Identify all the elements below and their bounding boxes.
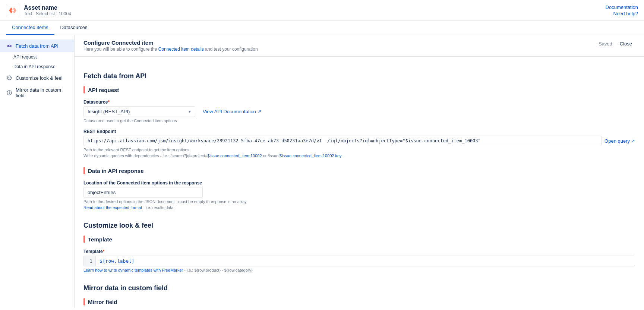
configure-title: Configure Connected item [83,39,258,46]
configure-actions: Saved Close [599,39,635,48]
template-hint: Learn how to write dynamic templates wit… [83,268,635,272]
configure-desc-link[interactable]: Connected item details [158,47,204,52]
datasource-group: Datasource* Insight (REST_API) ▼ View AP… [83,99,635,123]
svg-point-8 [9,79,10,79]
plug-icon [6,42,13,49]
content-area: Fetch data from API API request Datasour… [83,65,635,308]
header-left: Asset name Text · Select list · 10004 [6,4,71,17]
data-response-header: Data in API response [83,167,635,174]
template-subsection: Template Template* 1 ${row.label} [83,235,635,272]
header-right: Documentation Need help? [606,4,638,16]
app-header: Asset name Text · Select list · 10004 Do… [0,0,644,21]
svg-point-1 [12,9,14,12]
rest-endpoint-label: REST Endpoint [83,129,635,134]
code-line-1: 1 ${row.label} [84,256,635,266]
tab-datasources[interactable]: Datasources [54,21,94,35]
location-group: Location of the Connected item options i… [83,180,635,210]
customize-label: Customize look & feel [16,75,63,81]
close-button[interactable]: Close [617,39,635,48]
mirror-section-title: Mirror data in custom field [83,284,635,292]
template-title: Template [88,236,112,243]
location-label: Location of the Connected item options i… [83,180,635,186]
rest-endpoint-group: REST Endpoint Open query ↗ Path to the r… [83,129,635,158]
template-group: Template* 1 ${row.label} Learn how t [83,249,635,272]
view-api-doc-link[interactable]: View API Documentation ↗ [203,109,262,114]
datasource-label: Datasource* [83,99,635,105]
template-editor[interactable]: 1 ${row.label} [83,256,635,266]
palette-icon [6,75,13,81]
read-format-link[interactable]: Read about the expected format [83,205,142,210]
datasource-select[interactable]: Insight (REST_API) [83,106,195,117]
datasource-hint: Datasource used to get the Connected ite… [83,118,635,123]
svg-point-6 [8,77,9,78]
hint-link1[interactable]: $issue.connected_item.10002 [207,154,262,158]
configure-header-left: Configure Connected item Here you will b… [83,39,258,52]
svg-point-11 [9,91,10,92]
need-help-link[interactable]: Need help? [613,11,638,16]
svg-point-4 [9,45,10,47]
sidebar: Fetch data from API API request Data in … [0,35,75,308]
sidebar-item-customize[interactable]: Customize look & feel [0,72,74,84]
sidebar-sub-api-request[interactable]: API request [0,52,74,62]
fetch-data-section-title: Fetch data from API [83,72,635,80]
customize-section-title: Customize look & feel [83,222,635,230]
tab-bar: Connected items Datasources [0,21,644,35]
app-logo [6,4,19,17]
api-request-subsection: API request Datasource* Insight (REST_AP… [83,86,635,158]
mirror-field-title: Mirror field [88,299,117,305]
rest-endpoint-hint2: Write dynamic queries with dependencies … [83,154,635,158]
template-header: Template [83,235,635,243]
mirror-data-section: Mirror data in custom field Mirror field… [83,284,635,308]
saved-status: Saved [599,41,612,47]
location-input[interactable] [83,187,203,198]
template-indicator [83,235,85,243]
main-content: Configure Connected item Here you will b… [75,35,644,308]
template-label: Template* [83,249,635,254]
page-layout: Fetch data from API API request Data in … [0,35,644,308]
api-request-header: API request [83,86,635,94]
datasource-select-wrapper: Insight (REST_API) ▼ [83,106,195,117]
rest-endpoint-hint1: Path to the relevant REST endpoint to ge… [83,148,635,152]
api-request-indicator [83,86,85,94]
fetch-data-section: Fetch data from API API request Datasour… [83,72,635,210]
api-request-title: API request [88,87,119,93]
location-hint2: Read about the expected format - i.e: re… [83,205,635,210]
documentation-link[interactable]: Documentation [606,4,638,10]
hint-link2[interactable]: $issue.connected_item.10002.key [280,154,341,158]
endpoint-row: Open query ↗ [83,136,635,146]
mirror-label: Mirror data in custom field [16,87,68,98]
open-query-link[interactable]: Open query ↗ [604,138,635,144]
sidebar-sub-data-response[interactable]: Data in API response [0,62,74,72]
data-response-indicator [83,167,85,174]
header-title-block: Asset name Text · Select list · 10004 [24,4,71,16]
fetch-data-label: Fetch data from API [16,43,59,49]
customize-section: Customize look & feel Template Template*… [83,222,635,272]
configure-desc: Here you will be able to configure the C… [83,47,258,52]
location-hint1: Path to the desired options in the JSON … [83,199,635,204]
data-response-title: Data in API response [88,168,144,174]
mirror-field-header: Mirror field [83,298,635,306]
mirror-field-indicator [83,298,85,306]
tab-connected-items[interactable]: Connected items [6,21,54,35]
data-response-subsection: Data in API response Location of the Con… [83,167,635,210]
asset-subtitle: Text · Select list · 10004 [24,11,71,16]
line-content-1: ${row.label} [96,256,635,266]
configure-header: Configure Connected item Here you will b… [75,35,644,57]
external-link-icon: ↗ [258,109,262,114]
mirror-field-subsection: Mirror field Mirror Field Asset name (cu… [83,298,635,308]
sidebar-item-mirror[interactable]: Mirror data in custom field [0,84,74,101]
info-icon [6,89,13,96]
asset-name-title: Asset name [24,4,71,11]
line-number-1: 1 [84,256,96,266]
open-query-icon: ↗ [631,138,635,144]
freemarker-link[interactable]: Learn how to write dynamic templates wit… [83,268,183,272]
sidebar-item-fetch-data[interactable]: Fetch data from API [0,39,74,52]
svg-point-7 [10,77,11,78]
rest-endpoint-input[interactable] [83,136,602,146]
